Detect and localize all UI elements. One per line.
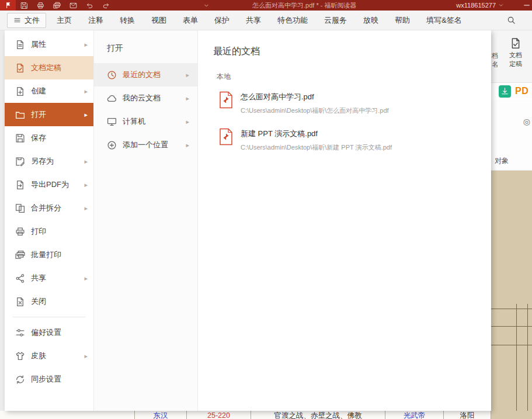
file-menu-item[interactable]: 偏好设置 ▸ (5, 321, 93, 344)
menu-item-label: 批量打印 (31, 250, 61, 260)
doc-check-icon (510, 37, 521, 49)
menu-bar: 文件 主页注释转换视图表单保护共享特色功能云服务放映帮助填写&签名 (0, 11, 532, 30)
submenu-arrow-icon: ▸ (84, 181, 88, 189)
menu-item-label: 添加一个位置 (123, 140, 168, 150)
foxit-logo[interactable] (0, 0, 16, 11)
table-cell: 东汉 (134, 411, 187, 419)
pdf-file-icon (219, 91, 233, 109)
file-menu-item[interactable]: 同步设置 ▸ (5, 368, 93, 391)
ribbon-tab[interactable]: 放映 (355, 11, 387, 30)
submenu-arrow-icon: ▸ (84, 88, 88, 95)
ribbon-tab[interactable]: 视图 (143, 11, 175, 30)
menu-item-label: 打印 (31, 226, 46, 237)
file-menu-item[interactable]: 共享 ▸ (5, 266, 93, 290)
table-cell: 洛阳 (444, 411, 491, 419)
怎么面对高中学习.pdf[interactable]: 怎么面对高中学习.pdf C:\Users\admin\Desktop\福昕\怎… (219, 91, 491, 115)
open-submenu: 打开 最近的文档 ▸ 我的云文档 ▸ (93, 30, 197, 411)
file-menu-item[interactable]: 文档定稿 ▸ (5, 56, 93, 79)
ribbon-tab[interactable]: 云服务 (316, 11, 355, 30)
ribbon-tab[interactable]: 注释 (80, 11, 112, 30)
ribbon-tab[interactable]: 主页 (48, 11, 80, 30)
ribbon-tab[interactable]: 帮助 (387, 11, 418, 30)
background-app-right: 档 名 文档 定稿 PD ◎ 对象 (491, 30, 532, 419)
menu-item-label: 另存为 (31, 156, 54, 167)
file-menu-item[interactable]: 关闭 ▸ (5, 290, 93, 313)
target-icon[interactable]: ◎ (523, 117, 530, 126)
file-menu-item[interactable]: 属性 ▸ (5, 33, 93, 56)
cloud-icon (107, 94, 117, 103)
file-menu-item[interactable]: 保存 ▸ (5, 126, 93, 150)
submenu-arrow-icon: ▸ (84, 111, 88, 119)
ribbon-tab[interactable]: 特色功能 (269, 11, 316, 30)
file-menu-item[interactable]: 皮肤 ▸ (5, 344, 93, 368)
open-menu-item[interactable]: 我的云文档 ▸ (94, 86, 197, 110)
menu-item-label: 合并拆分 (31, 203, 61, 213)
file-menu-item[interactable]: 创建 ▸ (5, 79, 93, 103)
menu-item-label: 最近的文档 (123, 70, 161, 80)
menu-item-label: 打开 (31, 109, 46, 120)
hamburger-icon (13, 16, 21, 24)
ribbon-tab[interactable]: 表单 (175, 11, 206, 30)
finalize-doc-ribbon-button[interactable]: 文档 定稿 (503, 37, 528, 68)
add-place-icon (107, 140, 117, 150)
batch-print-icon (15, 250, 25, 260)
file-text-block: 新建 PPT 演示文稿.pdf C:\Users\admin\Desktop\福… (241, 128, 392, 152)
file-menu-item[interactable]: 打印 ▸ (5, 220, 93, 243)
file-text-block: 怎么面对高中学习.pdf C:\Users\admin\Desktop\福昕\怎… (241, 91, 389, 115)
ribbon-strip: 档 名 文档 定稿 (491, 30, 532, 83)
file-menu-item[interactable]: 导出PDF为 ▸ (5, 173, 93, 196)
panel-title: 最近的文档 (213, 46, 491, 58)
window-title: 怎么面对高中学习.pdf * - 福昕阅读器 (252, 0, 356, 11)
ribbon-tab[interactable]: 转换 (112, 11, 143, 30)
pdf-convert-widget[interactable]: PD (491, 83, 532, 99)
file-menu-item[interactable]: 合并拆分 ▸ (5, 196, 93, 220)
submenu-arrow-icon: ▸ (84, 352, 88, 360)
open-items: 最近的文档 ▸ 我的云文档 ▸ 计算机 ▸ (94, 63, 197, 157)
quick-print-icon[interactable] (53, 2, 61, 9)
open-icon (15, 110, 25, 120)
file-menu-item[interactable]: 打开 ▸ (5, 103, 93, 126)
submenu-arrow-icon: ▸ (84, 205, 88, 212)
menu-item-label: 同步设置 (31, 374, 61, 385)
print-icon[interactable] (37, 2, 44, 9)
quick-access-dropdown-icon[interactable] (203, 2, 210, 9)
menu-item-label: 导出PDF为 (31, 179, 69, 190)
minimize-button[interactable] (523, 1, 531, 9)
skin-icon (15, 351, 25, 361)
file-menu-item[interactable]: 另存为 ▸ (5, 150, 93, 173)
ribbon-tab[interactable]: 填写&签名 (418, 11, 470, 30)
open-menu-item[interactable]: 计算机 ▸ (94, 110, 197, 133)
print-icon (15, 227, 25, 237)
ribbon-tab[interactable]: 共享 (238, 11, 269, 30)
document-pane-top: ◎ 对象 (491, 99, 532, 171)
mail-icon[interactable] (69, 2, 77, 9)
menu-item-label: 我的云文档 (123, 93, 161, 103)
table-cell: 光武帝 (385, 411, 444, 419)
open-menu-item[interactable]: 添加一个位置 ▸ (94, 133, 197, 157)
submenu-arrow-icon: ▸ (84, 41, 88, 49)
open-header: 打开 (94, 30, 197, 63)
menu-item-label: 皮肤 (31, 351, 46, 361)
save-icon[interactable] (20, 2, 28, 9)
document-table-row: 东汉25-220官渡之战、赤壁之战、佛教光武帝洛阳 (0, 411, 491, 419)
redo-icon[interactable] (102, 2, 110, 9)
account-menu[interactable]: wx118615277 (456, 0, 504, 11)
recent-documents-panel: 最近的文档 本地 怎么面对高中学习.pdf (197, 30, 491, 411)
undo-icon[interactable] (86, 2, 93, 9)
foxit-flag-icon (5, 2, 12, 9)
pdf-convert-icon (499, 85, 511, 98)
file-menu-button[interactable]: 文件 (7, 13, 46, 28)
submenu-arrow-icon: ▸ (186, 71, 189, 79)
search-icon[interactable] (507, 16, 516, 25)
finalize-icon (15, 63, 25, 73)
object-panel-label: 对象 (495, 156, 509, 166)
menu-item-label: 保存 (31, 133, 46, 143)
新建 PPT 演示文稿.pdf[interactable]: 新建 PPT 演示文稿.pdf C:\Users\admin\Desktop\福… (219, 128, 491, 152)
clock-icon (107, 70, 117, 80)
ribbon-tab[interactable]: 保护 (206, 11, 238, 30)
prefs-icon (15, 328, 25, 338)
table-grid-line (491, 326, 532, 327)
open-menu-item[interactable]: 最近的文档 ▸ (94, 63, 197, 86)
file-menu-item[interactable]: 批量打印 ▸ (5, 243, 93, 266)
ribbon-button-partial[interactable]: 档 名 (492, 51, 498, 69)
